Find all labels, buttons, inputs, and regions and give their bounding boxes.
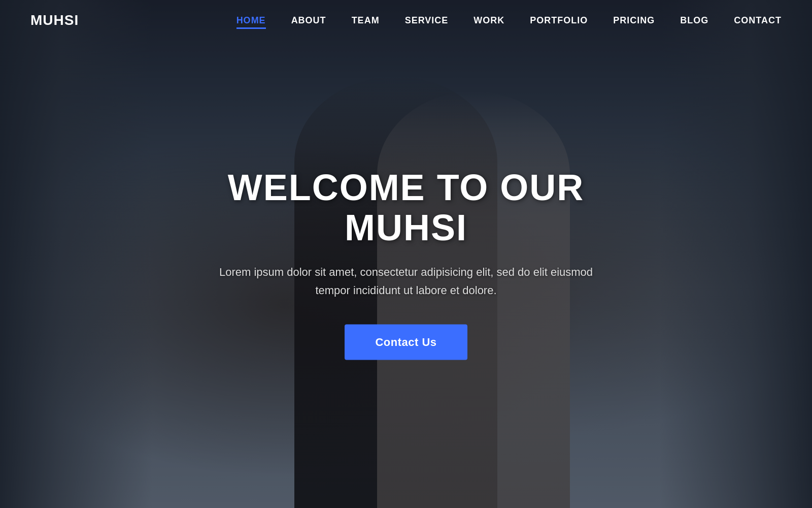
- hero-subtitle: Lorem ipsum dolor sit amet, consectetur …: [178, 263, 634, 299]
- hero-content: WELCOME TO OUR MUHSI Lorem ipsum dolor s…: [178, 168, 634, 360]
- nav-item-team[interactable]: TEAM: [352, 15, 380, 26]
- nav-link-about[interactable]: ABOUT: [291, 15, 326, 25]
- nav-item-blog[interactable]: BLOG: [680, 15, 708, 26]
- nav-link-home[interactable]: HOME: [236, 15, 266, 29]
- hero-title: WELCOME TO OUR MUHSI: [178, 168, 634, 248]
- nav-item-work[interactable]: WORK: [473, 15, 504, 26]
- nav-item-portfolio[interactable]: PORTFOLIO: [530, 15, 588, 26]
- nav-item-contact[interactable]: CONTACT: [734, 15, 782, 26]
- nav-item-home[interactable]: HOME: [236, 15, 266, 26]
- contact-us-button[interactable]: Contact Us: [345, 324, 467, 360]
- nav-item-about[interactable]: ABOUT: [291, 15, 326, 26]
- nav-links: HOME ABOUT TEAM SERVICE WORK PORTFOLIO P…: [236, 15, 782, 26]
- nav-link-portfolio[interactable]: PORTFOLIO: [530, 15, 588, 25]
- nav-item-service[interactable]: SERVICE: [405, 15, 449, 26]
- nav-link-service[interactable]: SERVICE: [405, 15, 449, 25]
- nav-link-blog[interactable]: BLOG: [680, 15, 708, 25]
- nav-link-pricing[interactable]: PRICING: [613, 15, 655, 25]
- nav-link-team[interactable]: TEAM: [352, 15, 380, 25]
- nav-item-pricing[interactable]: PRICING: [613, 15, 655, 26]
- brand-logo[interactable]: MUHSI: [30, 12, 79, 28]
- nav-link-contact[interactable]: CONTACT: [734, 15, 782, 25]
- navbar: MUHSI HOME ABOUT TEAM SERVICE WORK PORTF…: [0, 0, 812, 41]
- nav-link-work[interactable]: WORK: [473, 15, 504, 25]
- hero-section: MUHSI HOME ABOUT TEAM SERVICE WORK PORTF…: [0, 0, 812, 508]
